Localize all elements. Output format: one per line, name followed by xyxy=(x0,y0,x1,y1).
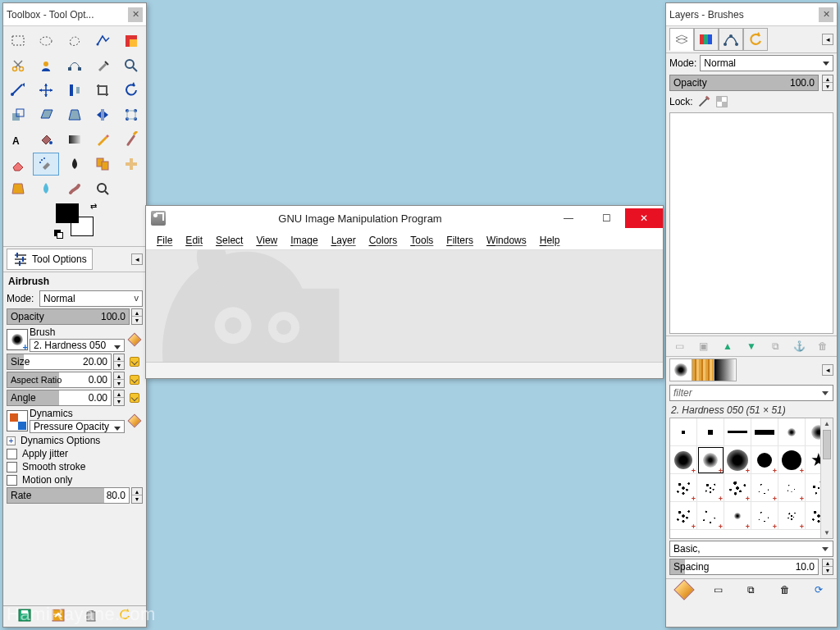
tool-scale[interactable] xyxy=(5,103,31,126)
layers-tab[interactable] xyxy=(669,28,694,51)
brush-item-selected[interactable]: + xyxy=(697,446,724,474)
brush-filter-input[interactable]: filter xyxy=(669,385,833,401)
brush-item[interactable]: + xyxy=(778,502,806,530)
menu-image[interactable]: Image xyxy=(285,233,323,248)
menu-edit[interactable]: Edit xyxy=(180,233,208,248)
brush-item[interactable]: + xyxy=(778,474,806,502)
brush-item[interactable]: + xyxy=(724,446,751,474)
menu-file[interactable]: File xyxy=(151,233,178,248)
maximize-button[interactable]: ☐ xyxy=(587,208,625,228)
menu-filters[interactable]: Filters xyxy=(441,233,479,248)
tool-dodge-burn[interactable] xyxy=(89,177,116,200)
brush-item[interactable]: + xyxy=(778,446,806,474)
brushes-tab[interactable] xyxy=(669,358,692,381)
brush-name-combo[interactable]: 2. Hardness 050 xyxy=(30,339,125,352)
tool-text[interactable]: A xyxy=(5,128,31,151)
edit-brush-button[interactable] xyxy=(126,331,143,348)
aspect-ratio-slider[interactable]: Aspect Ratio0.00 xyxy=(7,372,112,388)
motion-only-checkbox[interactable]: Motion only xyxy=(7,474,143,486)
size-spinner[interactable]: ▲▼ xyxy=(113,354,125,370)
menu-colors[interactable]: Colors xyxy=(363,233,404,248)
spacing-slider[interactable]: Spacing10.0 xyxy=(669,559,819,575)
tool-flip[interactable] xyxy=(89,103,116,126)
brush-item[interactable] xyxy=(724,418,751,446)
layer-opacity-spinner[interactable]: ▲▼ xyxy=(822,75,833,91)
tool-heal[interactable] xyxy=(118,153,144,176)
angle-spinner[interactable]: ▲▼ xyxy=(113,390,125,406)
tool-perspective[interactable] xyxy=(62,103,88,126)
smooth-stroke-checkbox[interactable]: Smooth stroke xyxy=(7,461,143,472)
default-colors-icon[interactable] xyxy=(54,230,62,238)
lower-layer-icon[interactable]: ▼ xyxy=(744,339,759,354)
menu-help[interactable]: Help xyxy=(534,233,566,248)
canvas-area[interactable] xyxy=(146,250,663,362)
tool-ellipse-select[interactable] xyxy=(33,30,59,52)
channels-tab[interactable] xyxy=(694,28,719,51)
brush-item[interactable]: + xyxy=(724,502,751,530)
dynamics-options-expander[interactable]: +Dynamics Options xyxy=(7,435,143,446)
tool-eraser[interactable] xyxy=(5,153,31,176)
layers-list[interactable] xyxy=(669,112,833,334)
close-icon[interactable]: ✕ xyxy=(128,7,143,22)
tool-measure[interactable] xyxy=(5,79,31,102)
tool-by-color-select[interactable] xyxy=(118,30,144,52)
menu-view[interactable]: View xyxy=(250,233,283,248)
dynamics-preview[interactable] xyxy=(7,410,28,431)
tool-zoom[interactable] xyxy=(118,54,144,77)
paths-tab[interactable] xyxy=(719,28,743,51)
brush-preset-combo[interactable]: Basic, xyxy=(669,541,833,557)
tool-perspective-clone[interactable] xyxy=(5,177,31,200)
brush-item[interactable] xyxy=(670,418,697,446)
rate-spinner[interactable]: ▲▼ xyxy=(131,487,143,504)
close-icon[interactable]: ✕ xyxy=(819,7,833,22)
tool-scissors[interactable] xyxy=(5,54,31,77)
spacing-spinner[interactable]: ▲▼ xyxy=(822,559,833,575)
brush-item[interactable]: + xyxy=(751,446,778,474)
tool-blur-sharpen[interactable] xyxy=(33,177,59,200)
tool-pencil[interactable] xyxy=(89,128,116,151)
brush-item[interactable]: + xyxy=(751,474,778,502)
brush-item[interactable]: + xyxy=(697,502,724,530)
menu-select[interactable]: Select xyxy=(210,233,249,248)
tool-paintbrush[interactable] xyxy=(118,128,144,151)
angle-slider[interactable]: Angle0.00 xyxy=(7,390,112,406)
layer-opacity-slider[interactable]: Opacity100.0 xyxy=(669,75,819,91)
opacity-slider[interactable]: Opacity 100.0 xyxy=(7,308,130,325)
tool-airbrush[interactable] xyxy=(33,153,59,176)
brush-item[interactable] xyxy=(778,418,806,446)
tool-options-tab[interactable]: Tool Options xyxy=(7,249,93,270)
edit-dynamics-button[interactable] xyxy=(126,413,143,429)
delete-brush-icon[interactable]: 🗑 xyxy=(778,582,792,597)
tool-fuzzy-select[interactable] xyxy=(89,30,116,52)
refresh-brushes-icon[interactable]: ⟳ xyxy=(811,582,826,597)
menu-layer[interactable]: Layer xyxy=(326,233,362,248)
reset-aspect-button[interactable] xyxy=(126,372,143,388)
tool-color-picker[interactable] xyxy=(89,54,116,77)
brush-item[interactable]: + xyxy=(724,474,751,502)
gradients-tab[interactable] xyxy=(714,358,737,381)
tool-paths[interactable] xyxy=(62,54,88,77)
lock-pixels-icon[interactable] xyxy=(696,94,711,109)
mode-combo[interactable]: Normal xyxy=(39,290,143,307)
dock-menu-icon[interactable]: ◂ xyxy=(822,34,833,45)
anchor-layer-icon[interactable]: ⚓ xyxy=(792,339,806,354)
dock-menu-icon[interactable]: ◂ xyxy=(822,364,833,376)
tool-smudge[interactable] xyxy=(62,177,88,200)
brush-item[interactable]: + xyxy=(670,502,697,530)
layers-titlebar[interactable]: Layers - Brushes ✕ xyxy=(666,3,837,26)
tool-bucket-fill[interactable] xyxy=(33,128,59,151)
brush-item[interactable]: + xyxy=(751,502,778,530)
tool-blend[interactable] xyxy=(62,128,88,151)
brush-scrollbar[interactable]: ▲▼ xyxy=(820,418,833,538)
tool-clone[interactable] xyxy=(89,153,116,176)
raise-layer-icon[interactable]: ▲ xyxy=(720,339,735,354)
foreground-color-swatch[interactable] xyxy=(56,203,79,223)
new-brush-icon[interactable]: ▭ xyxy=(710,582,725,597)
reset-size-button[interactable] xyxy=(126,354,143,370)
layer-mode-combo[interactable]: Normal xyxy=(700,55,833,71)
brush-item[interactable]: + xyxy=(670,474,697,502)
tool-rotate[interactable] xyxy=(118,79,144,102)
close-button[interactable]: ✕ xyxy=(625,208,663,228)
tool-free-select[interactable] xyxy=(62,30,88,52)
patterns-tab[interactable] xyxy=(692,358,714,381)
